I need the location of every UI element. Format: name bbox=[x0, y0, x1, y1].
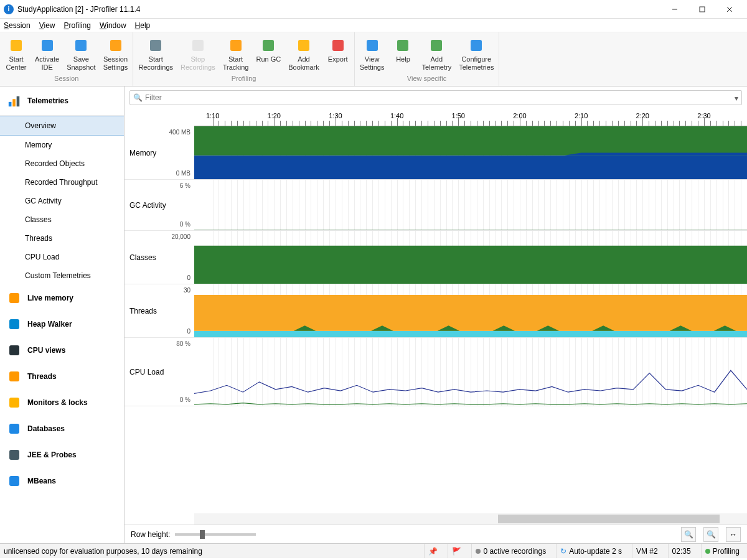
sidebar-cat-mbeans[interactable]: MBeans bbox=[0, 468, 124, 494]
add-bookmark-icon bbox=[296, 37, 312, 54]
cpu-views-icon bbox=[7, 343, 21, 357]
chevron-down-icon[interactable]: ▾ bbox=[735, 94, 738, 103]
mbeans-icon bbox=[7, 474, 21, 488]
elapsed-time: 02:35 bbox=[668, 544, 695, 558]
svg-marker-31 bbox=[565, 153, 747, 156]
sidebar-item-classes[interactable]: Classes bbox=[0, 210, 124, 229]
menu-profiling[interactable]: Profiling bbox=[64, 21, 91, 30]
toolbar-stop-recordings[interactable]: StopRecordings bbox=[177, 35, 219, 73]
help-icon bbox=[395, 37, 411, 54]
y-max: 400 MB bbox=[169, 129, 190, 136]
close-button[interactable] bbox=[716, 0, 743, 19]
configure-telemetries-icon bbox=[468, 37, 484, 54]
sidebar-item-recorded-throughput[interactable]: Recorded Throughput bbox=[0, 173, 124, 192]
toolbar-start-tracking[interactable]: StartTracking bbox=[219, 35, 253, 73]
toolbar-view-settings[interactable]: ViewSettings bbox=[356, 35, 388, 73]
toolbar-start-recordings[interactable]: StartRecordings bbox=[134, 35, 177, 73]
view-settings-icon bbox=[364, 37, 380, 54]
chart-row-threads[interactable]: 30Threads0 bbox=[125, 284, 747, 338]
sidebar-cat-jee-probes[interactable]: JEE & Probes bbox=[0, 442, 124, 468]
toolbar-group-label: Session bbox=[1, 73, 131, 85]
sidebar-cat-label: Monitors & locks bbox=[27, 398, 88, 407]
y-min: 0 bbox=[187, 328, 190, 335]
zoom-in-button[interactable]: 🔍 bbox=[681, 527, 696, 542]
toolbar-label: ConfigureTelemetries bbox=[459, 55, 494, 71]
databases-icon bbox=[7, 422, 21, 436]
sidebar-item-gc-activity[interactable]: GC Activity bbox=[0, 192, 124, 210]
sidebar-cat-databases[interactable]: Databases bbox=[0, 416, 124, 442]
sidebar-item-memory[interactable]: Memory bbox=[0, 136, 124, 154]
sidebar-item-cpu-load[interactable]: CPU Load bbox=[0, 248, 124, 266]
menu-window[interactable]: Window bbox=[100, 21, 126, 30]
license-status: unlicensed copy for evaluation purposes,… bbox=[4, 547, 418, 556]
sidebar: Telemetries OverviewMemoryRecorded Objec… bbox=[0, 86, 125, 543]
toolbar-label: Export bbox=[328, 55, 348, 63]
menu-session[interactable]: Session bbox=[4, 21, 31, 30]
chart-row-classes[interactable]: 20,000Classes0 bbox=[125, 231, 747, 284]
sidebar-item-threads[interactable]: Threads bbox=[0, 229, 124, 248]
vm-status[interactable]: VM #2 bbox=[632, 544, 662, 558]
activate-ide-icon bbox=[39, 37, 55, 54]
maximize-button[interactable] bbox=[688, 0, 716, 19]
chart-row-cpu[interactable]: 80 %CPU Load0 % bbox=[125, 338, 747, 406]
toolbar-add-bookmark[interactable]: AddBookmark bbox=[284, 35, 323, 73]
fit-width-button[interactable]: ↔ bbox=[726, 527, 741, 542]
time-axis: 1:101:201:301:401:502:002:102:202:30 bbox=[194, 109, 747, 126]
sidebar-item-custom-telemetries[interactable]: Custom Telemetries bbox=[0, 266, 124, 285]
svg-rect-18 bbox=[9, 102, 12, 106]
toolbar-label: ActivateIDE bbox=[35, 55, 59, 71]
toolbar-help[interactable]: Help bbox=[388, 35, 418, 73]
flag-icon[interactable]: 🚩 bbox=[448, 544, 465, 558]
svg-rect-7 bbox=[110, 40, 121, 51]
svg-rect-34 bbox=[194, 295, 747, 331]
search-icon: 🔍 bbox=[133, 93, 143, 102]
toolbar-save-snapshot[interactable]: SaveSnapshot bbox=[63, 35, 99, 73]
sidebar-item-overview[interactable]: Overview bbox=[0, 116, 124, 136]
sidebar-heading-telemetries[interactable]: Telemetries bbox=[0, 86, 124, 116]
toolbar-run-gc[interactable]: Run GC bbox=[252, 35, 284, 73]
pin-icon[interactable]: 📌 bbox=[424, 544, 441, 558]
telemetry-icon bbox=[7, 94, 21, 108]
sidebar-item-recorded-objects[interactable]: Recorded Objects bbox=[0, 154, 124, 173]
minimize-button[interactable] bbox=[661, 0, 688, 19]
zoom-out-button[interactable]: 🔍 bbox=[703, 527, 718, 542]
horizontal-scrollbar[interactable] bbox=[194, 513, 747, 525]
chart-area: 1:101:201:301:401:502:002:102:202:30 400… bbox=[125, 109, 747, 525]
recordings-status[interactable]: 0 active recordings bbox=[471, 544, 550, 558]
filter-input[interactable] bbox=[129, 90, 742, 105]
svg-rect-11 bbox=[263, 40, 274, 51]
toolbar-start-center[interactable]: StartCenter bbox=[1, 35, 31, 73]
plot-gc bbox=[194, 180, 747, 230]
sidebar-cat-cpu-views[interactable]: CPU views bbox=[0, 337, 124, 363]
menu-help[interactable]: Help bbox=[135, 21, 151, 30]
monitors-locks-icon bbox=[7, 396, 21, 409]
toolbar-group-label: Profiling bbox=[134, 73, 352, 85]
toolbar-configure-telemetries[interactable]: ConfigureTelemetries bbox=[455, 35, 497, 73]
sidebar-cat-label: Threads bbox=[27, 372, 57, 381]
sidebar-cat-monitors-locks[interactable]: Monitors & locks bbox=[0, 390, 124, 416]
start-recordings-icon bbox=[148, 37, 164, 54]
chart-row-memory[interactable]: 400 MBMemory0 MB bbox=[125, 126, 747, 180]
autoupdate-status[interactable]: ↻Auto-update 2 s bbox=[556, 544, 626, 558]
toolbar-session-settings[interactable]: SessionSettings bbox=[100, 35, 132, 73]
toolbar-activate-ide[interactable]: ActivateIDE bbox=[31, 35, 63, 73]
sidebar-cat-threads[interactable]: Threads bbox=[0, 363, 124, 390]
sidebar-cat-label: Databases bbox=[27, 424, 65, 433]
svg-rect-16 bbox=[431, 40, 442, 51]
y-min: 0 % bbox=[180, 221, 190, 228]
toolbar-add-telemetry[interactable]: AddTelemetry bbox=[418, 35, 455, 73]
menu-view[interactable]: View bbox=[39, 21, 55, 30]
toolbar-export[interactable]: Export bbox=[323, 35, 353, 73]
svg-rect-15 bbox=[397, 40, 408, 51]
row-height-slider[interactable] bbox=[175, 533, 256, 536]
toolbar-label: Run GC bbox=[256, 55, 281, 63]
toolbar-label: Help bbox=[396, 55, 410, 63]
sidebar-cat-live-memory[interactable]: Live memory bbox=[0, 285, 124, 311]
chart-row-gc[interactable]: 6 %GC Activity0 % bbox=[125, 180, 747, 231]
svg-rect-10 bbox=[230, 40, 242, 51]
menubar: Session View Profiling Window Help bbox=[0, 19, 747, 32]
statusbar: unlicensed copy for evaluation purposes,… bbox=[0, 543, 747, 558]
sidebar-cat-heap-walker[interactable]: Heap Walker bbox=[0, 311, 124, 337]
toolbar-label: StartTracking bbox=[223, 55, 249, 71]
toolbar-label: SaveSnapshot bbox=[67, 55, 95, 71]
